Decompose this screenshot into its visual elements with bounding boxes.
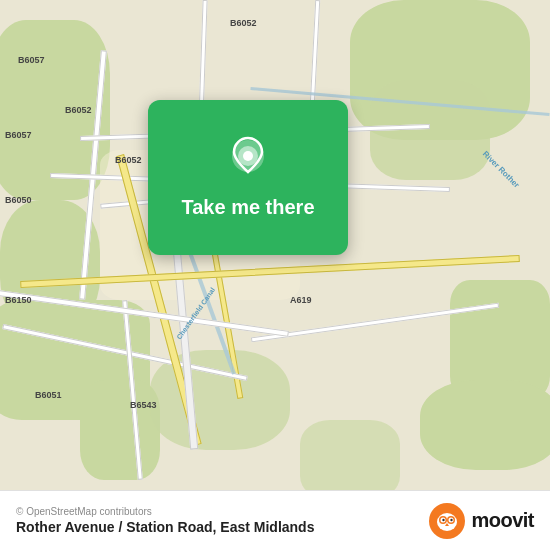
- road-label-b6057: B6057: [18, 55, 45, 65]
- green-area: [420, 380, 550, 470]
- map-container[interactable]: B6057 B6057 B6052 B6052 B6052 B6050 B615…: [0, 0, 550, 490]
- location-info: © OpenStreetMap contributors Rother Aven…: [16, 506, 314, 535]
- moovit-brand-name: moovit: [471, 509, 534, 532]
- moovit-logo: moovit: [429, 503, 534, 539]
- road-label-a619: A619: [290, 295, 312, 305]
- svg-point-9: [443, 518, 445, 520]
- road-label-b6051: B6051: [35, 390, 62, 400]
- road-label-b6052-2: B6052: [65, 105, 92, 115]
- location-name: Rother Avenue / Station Road, East Midla…: [16, 519, 314, 535]
- copyright-text: © OpenStreetMap contributors: [16, 506, 314, 517]
- road-label-b6052-1: B6052: [230, 18, 257, 28]
- moovit-owl-icon: [429, 503, 465, 539]
- green-area: [300, 420, 400, 490]
- road-label-b6052-3: B6052: [115, 155, 142, 165]
- take-me-there-label: Take me there: [181, 196, 314, 219]
- take-me-there-card[interactable]: Take me there: [148, 100, 348, 255]
- svg-point-10: [451, 518, 453, 520]
- bottom-bar: © OpenStreetMap contributors Rother Aven…: [0, 490, 550, 550]
- road-label-b6150: B6150: [5, 295, 32, 305]
- road-label-b6543: B6543: [130, 400, 157, 410]
- location-pin-icon: [224, 136, 272, 184]
- road-label-b6057-2: B6057: [5, 130, 32, 140]
- green-area: [80, 380, 160, 480]
- svg-point-2: [243, 151, 253, 161]
- road-label-b6050: B6050: [5, 195, 32, 205]
